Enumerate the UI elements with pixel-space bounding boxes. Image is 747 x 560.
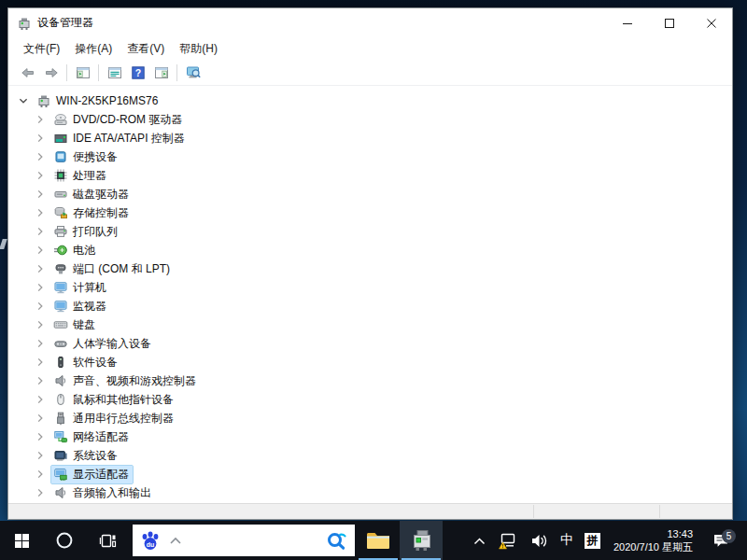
tree-item-label: 磁盘驱动器 — [73, 187, 129, 203]
tree-item[interactable]: 声音、视频和游戏控制器 — [8, 371, 732, 390]
chevron-right-icon[interactable] — [33, 392, 48, 407]
chevron-down-icon[interactable] — [16, 93, 31, 108]
volume-icon[interactable] — [525, 533, 555, 549]
battery-icon — [53, 243, 68, 258]
menu-file[interactable]: 文件(F) — [16, 38, 67, 60]
speaker-icon — [53, 485, 68, 500]
baidu-search-icon[interactable] — [325, 529, 347, 552]
tree-item[interactable]: 计算机 — [8, 278, 732, 297]
chevron-right-icon[interactable] — [33, 131, 48, 146]
tree-item[interactable]: 键盘 — [8, 315, 732, 334]
tree-item[interactable]: 人体学输入设备 — [8, 334, 732, 353]
tree-item[interactable]: 鼠标和其他指针设备 — [8, 390, 732, 409]
tree-item-label: 音频输入和输出 — [73, 485, 151, 501]
network-warning-icon[interactable] — [492, 532, 525, 550]
device-tree: WIN-2K5KP16MS76DVD/CD-ROM 驱动器IDE ATA/ATA… — [8, 86, 732, 503]
task-view-icon — [99, 532, 117, 550]
task-view-button[interactable] — [86, 521, 129, 560]
arrow-right-icon — [43, 65, 60, 80]
action-center-button[interactable]: 5 — [702, 533, 740, 549]
status-bar-separator — [533, 505, 534, 518]
toolbar-properties-button[interactable] — [103, 62, 126, 83]
tree-item-label: WIN-2K5KP16MS76 — [56, 94, 158, 107]
tree-item-content: 磁盘驱动器 — [51, 186, 133, 203]
chevron-right-icon[interactable] — [33, 448, 48, 463]
toolbar-help-button[interactable]: ? — [126, 62, 149, 83]
taskbar-device-manager[interactable] — [400, 521, 443, 560]
tree-item[interactable]: 软件设备 — [8, 353, 732, 371]
tree-item[interactable]: 电池 — [8, 241, 732, 259]
toolbar-separator — [176, 64, 177, 81]
chevron-right-icon[interactable] — [33, 317, 48, 332]
cortana-button[interactable] — [43, 521, 86, 560]
chevron-right-icon[interactable] — [33, 112, 48, 127]
menu-help[interactable]: 帮助(H) — [172, 38, 225, 60]
keyboard-icon — [53, 317, 68, 332]
tree-item[interactable]: 存储控制器 — [8, 203, 732, 222]
chevron-right-icon[interactable] — [33, 411, 48, 426]
tree-item[interactable]: 网络适配器 — [8, 427, 732, 446]
tree-item[interactable]: 监视器 — [8, 297, 732, 315]
toolbar-scan-hardware-changes-button[interactable] — [181, 62, 204, 83]
toolbar-forward-button[interactable] — [39, 62, 63, 83]
tree-item-label: DVD/CD-ROM 驱动器 — [73, 112, 182, 128]
chevron-right-icon[interactable] — [33, 429, 48, 444]
maximize-icon — [665, 19, 674, 28]
maximize-button[interactable] — [648, 8, 690, 37]
ime-mode-indicator[interactable]: 中 — [555, 532, 579, 549]
start-button[interactable] — [0, 521, 43, 560]
tree-item[interactable]: 通用串行总线控制器 — [8, 409, 732, 427]
tree-item-content: 软件设备 — [51, 354, 121, 371]
chevron-right-icon[interactable] — [33, 224, 48, 239]
chevron-right-icon[interactable] — [33, 373, 48, 388]
tree-item[interactable]: 处理器 — [8, 166, 732, 185]
chevron-right-icon[interactable] — [33, 187, 48, 202]
toolbar-show-console-tree-button[interactable] — [71, 62, 94, 83]
taskbar-file-explorer[interactable] — [357, 521, 400, 560]
menu-action[interactable]: 操作(A) — [67, 38, 120, 60]
chevron-right-icon[interactable] — [33, 280, 48, 295]
menu-view[interactable]: 查看(V) — [120, 38, 172, 60]
tree-item[interactable]: 音频输入和输出 — [8, 483, 732, 502]
chevron-up-icon[interactable] — [168, 535, 183, 546]
window-title: 设备管理器 — [37, 15, 93, 31]
tray-chevron-up-icon[interactable] — [467, 536, 492, 546]
chevron-right-icon[interactable] — [33, 261, 48, 276]
titlebar[interactable]: 设备管理器 — [8, 8, 732, 37]
tree-item[interactable]: 磁盘驱动器 — [8, 185, 732, 203]
monitor-icon — [53, 299, 68, 314]
tree-item[interactable]: 打印队列 — [8, 222, 732, 241]
chevron-right-icon[interactable] — [33, 485, 48, 500]
toolbar-show-action-pane-button[interactable] — [149, 62, 173, 83]
tree-item[interactable]: 显示适配器 — [8, 465, 732, 483]
chevron-right-icon[interactable] — [33, 467, 48, 482]
chevron-right-icon[interactable] — [33, 299, 48, 314]
tree-item[interactable]: 端口 (COM 和 LPT) — [8, 259, 732, 278]
taskbar: du 中 拼 13:43 2020/7/10 星期五 — [0, 521, 747, 560]
help-icon: ? — [131, 65, 146, 80]
taskbar-clock[interactable]: 13:43 2020/7/10 星期五 — [613, 527, 693, 553]
tree-item[interactable]: DVD/CD-ROM 驱动器 — [8, 110, 732, 129]
svg-text:?: ? — [134, 66, 140, 77]
chevron-right-icon[interactable] — [33, 168, 48, 183]
baidu-paw-icon: du — [140, 529, 161, 552]
tree-item[interactable]: 便携设备 — [8, 147, 732, 166]
toolbar-back-button[interactable] — [16, 62, 39, 83]
system-tray: 中 拼 13:43 2020/7/10 星期五 5 — [467, 521, 747, 560]
chevron-right-icon[interactable] — [33, 205, 48, 220]
chevron-right-icon[interactable] — [33, 355, 48, 370]
chevron-right-icon[interactable] — [33, 149, 48, 164]
tree-item[interactable]: 系统设备 — [8, 446, 732, 465]
tree-item[interactable]: IDE ATA/ATAPI 控制器 — [8, 129, 732, 147]
chevron-right-icon[interactable] — [33, 336, 48, 351]
chevron-right-icon[interactable] — [33, 243, 48, 258]
toolbar: ? — [8, 60, 732, 86]
tree-item-content: 端口 (COM 和 LPT) — [51, 260, 174, 278]
close-button[interactable] — [690, 8, 732, 37]
software-icon — [53, 355, 68, 370]
taskbar-search-box[interactable]: du — [133, 525, 355, 556]
ime-layout-indicator[interactable]: 拼 — [585, 533, 600, 549]
tree-item[interactable]: WIN-2K5KP16MS76 — [8, 91, 732, 110]
mouse-icon — [53, 392, 68, 407]
minimize-button[interactable] — [606, 8, 648, 37]
